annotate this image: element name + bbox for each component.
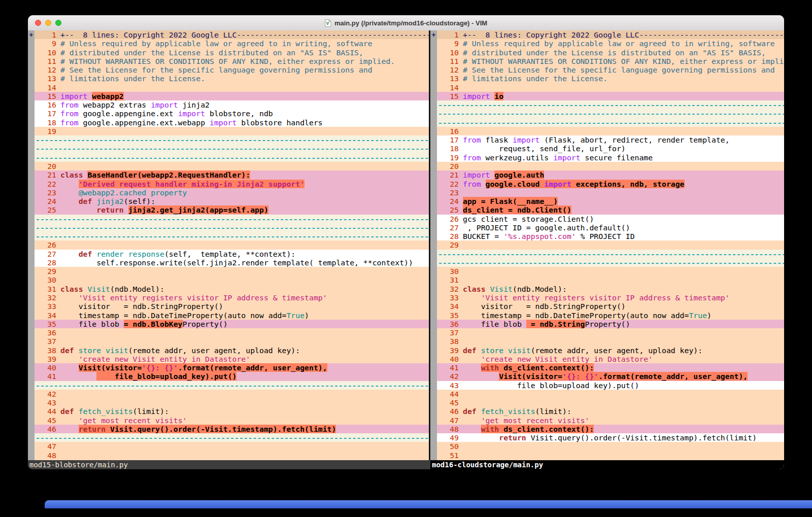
code-line[interactable]: 46def fetch_visits(limit): [437, 407, 784, 416]
code-line[interactable]: 32class Visit(ndb.Model): [437, 285, 784, 293]
code-line[interactable]: 28BUCKET = '%s.appspot.com' % PROJECT_ID [437, 232, 784, 240]
code-line[interactable]: 11# WITHOUT WARRANTIES OR CONDITIONS OF … [35, 57, 429, 65]
code-line[interactable]: 44 [437, 390, 784, 398]
code-line[interactable]: 14 [35, 83, 429, 92]
code-line[interactable]: 41 with ds_client.context(): [437, 363, 784, 372]
code-line[interactable]: 21import google.auth [437, 170, 784, 179]
status-line-inactive[interactable]: mod15-blobstore/main.py [28, 460, 430, 469]
code-line[interactable]: 23 [437, 188, 784, 197]
code-line[interactable]: 32 'Visit entity registers visitor IP ad… [35, 293, 429, 302]
diff-filler-line[interactable]: ----------------------------------------… [437, 118, 784, 127]
diff-filler-line[interactable]: ----------------------------------------… [437, 100, 784, 109]
background-window-edge[interactable] [45, 500, 812, 508]
code-line[interactable]: 24app = Flask(__name__) [437, 197, 784, 205]
diff-filler-line[interactable]: ----------------------------------------… [437, 258, 784, 267]
code-line[interactable]: 12# See the License for the specific lan… [437, 65, 784, 74]
code-line[interactable]: 29 [437, 240, 784, 249]
code-line[interactable]: 15import webapp2 [35, 92, 429, 100]
code-line[interactable]: 35 file_blob = ndb.BlobKeyProperty() [35, 320, 429, 328]
code-line[interactable]: 9# Unless required by applicable law or … [35, 39, 429, 48]
code-line[interactable]: 19from werkzeug.utils import secure_file… [437, 153, 784, 162]
code-line[interactable]: 10# distributed under the License is dis… [35, 48, 429, 57]
code-line[interactable]: 12# See the License for the specific lan… [35, 65, 429, 74]
minimize-button[interactable] [45, 20, 51, 26]
diff-filler-line[interactable]: ----------------------------------------… [35, 232, 429, 240]
code-line[interactable]: 47 'get most recent visits' [437, 416, 784, 425]
code-line[interactable]: 21class BaseHandler(webapp2.RequestHandl… [35, 170, 429, 179]
code-line[interactable]: 10# distributed under the License is dis… [437, 48, 784, 57]
fold-column-right[interactable]: + [430, 30, 437, 460]
code-line[interactable]: 17from flask import (Flask, abort, redir… [437, 135, 784, 144]
code-line[interactable]: 25ds_client = ndb.Client() [437, 205, 784, 214]
fold-column-left[interactable]: + [28, 30, 35, 460]
code-line[interactable]: 22from google.cloud import exceptions, n… [437, 180, 784, 188]
code-line[interactable]: 13# limitations under the License. [35, 74, 429, 83]
code-line[interactable]: 42 Visit(visitor='{}: {}'.format(remote_… [437, 372, 784, 381]
code-line[interactable]: 46 return Visit.query().order(-Visit.tim… [35, 425, 429, 433]
diff-filler-line[interactable]: ----------------------------------------… [35, 153, 429, 162]
code-line[interactable]: 42 [35, 390, 429, 398]
code-line[interactable]: 18 request, send_file, url_for) [437, 144, 784, 153]
diff-filler-line[interactable]: ----------------------------------------… [35, 144, 429, 153]
diff-filler-line[interactable]: ----------------------------------------… [35, 433, 429, 442]
code-line[interactable]: 30 [437, 267, 784, 275]
code-line[interactable]: 15import io [437, 92, 784, 100]
code-line[interactable]: 20 [437, 162, 784, 170]
code-line[interactable]: 37 [35, 337, 429, 346]
code-line[interactable]: 25 return jinja2.get_jinja2(app=self.app… [35, 205, 429, 214]
code-line[interactable]: 20 [35, 162, 429, 170]
code-line[interactable]: 23 @webapp2.cached_property [35, 188, 429, 197]
code-line[interactable]: 39 'create new Visit entity in Datastore… [35, 355, 429, 363]
code-line[interactable]: 29 [35, 267, 429, 275]
code-line[interactable]: 38 [437, 337, 784, 346]
code-line[interactable]: 49 return Visit.query().order(-Visit.tim… [437, 433, 784, 442]
code-line[interactable]: 40 'create new Visit entity in Datastore… [437, 355, 784, 363]
code-line[interactable]: 33 visitor = ndb.StringProperty() [35, 302, 429, 311]
diff-filler-line[interactable]: ----------------------------------------… [35, 135, 429, 144]
code-line[interactable]: 1+-- 8 lines: Copyright 2022 Google LLC-… [35, 30, 429, 39]
code-line[interactable]: 1+-- 8 lines: Copyright 2022 Google LLC-… [437, 30, 784, 39]
code-line[interactable]: 50 [437, 442, 784, 451]
fold-plus-icon[interactable]: + [28, 30, 35, 39]
code-line[interactable]: 17from google.appengine.ext import blobs… [35, 109, 429, 118]
diff-filler-line[interactable]: ----------------------------------------… [437, 109, 784, 118]
code-line[interactable]: 14 [437, 83, 784, 92]
zoom-button[interactable] [55, 20, 61, 26]
code-line[interactable]: 39def store_visit(remote_addr, user_agen… [437, 346, 784, 355]
code-line[interactable]: 48 [35, 451, 429, 460]
code-line[interactable]: 45 [437, 398, 784, 407]
code-line[interactable]: 43 file_blob=upload_key).put() [437, 381, 784, 390]
code-line[interactable]: 41 file_blob=upload_key).put() [35, 372, 429, 381]
code-line[interactable]: 45 'get most recent visits' [35, 416, 429, 425]
code-line[interactable]: 48 with ds_client.context(): [437, 425, 784, 433]
code-line[interactable]: 27_, PROJECT_ID = google.auth.default() [437, 223, 784, 232]
code-line[interactable]: 37 [437, 328, 784, 337]
code-line[interactable]: 33 'Visit entity registers visitor IP ad… [437, 293, 784, 302]
code-line[interactable]: 11# WITHOUT WARRANTIES OR CONDITIONS OF … [437, 57, 784, 65]
code-line[interactable]: 24 def jinja2(self): [35, 197, 429, 205]
code-line[interactable]: 38def store_visit(remote_addr, user_agen… [35, 346, 429, 355]
diff-filler-line[interactable]: ----------------------------------------… [35, 223, 429, 232]
status-line-active[interactable]: mod16-cloudstorage/main.py [430, 460, 784, 469]
close-button[interactable] [35, 20, 41, 26]
code-line[interactable]: 44def fetch_visits(limit): [35, 407, 429, 416]
code-line[interactable]: 26 [35, 240, 429, 249]
code-line[interactable]: 13# limitations under the License. [437, 74, 784, 83]
code-line[interactable]: 40 Visit(visitor='{}: {}'.format(remote_… [35, 363, 429, 372]
code-line[interactable]: 26gcs_client = storage.Client() [437, 215, 784, 223]
code-line[interactable]: 30 [35, 275, 429, 284]
code-line[interactable]: 36 file_blob = ndb.StringProperty() [437, 320, 784, 328]
titlebar[interactable]: V main.py (/private/tmp/mod16-cloudstora… [28, 15, 784, 31]
code-line[interactable]: 27 def render_response(self, _template, … [35, 250, 429, 258]
code-line[interactable]: 34 timestamp = ndb.DateTimeProperty(auto… [35, 311, 429, 320]
code-line[interactable]: 16from webapp2_extras import jinja2 [35, 100, 429, 109]
code-line[interactable]: 43 [35, 398, 429, 407]
code-line[interactable]: 31 [437, 275, 784, 284]
code-line[interactable]: 18from google.appengine.ext.webapp impor… [35, 118, 429, 127]
code-line[interactable]: 31class Visit(ndb.Model): [35, 285, 429, 293]
diff-filler-line[interactable]: ----------------------------------------… [437, 250, 784, 258]
code-line[interactable]: 16 [437, 127, 784, 135]
code-line[interactable]: 36 [35, 328, 429, 337]
code-line[interactable]: 19 [35, 127, 429, 135]
fold-plus-icon[interactable]: + [430, 30, 437, 39]
